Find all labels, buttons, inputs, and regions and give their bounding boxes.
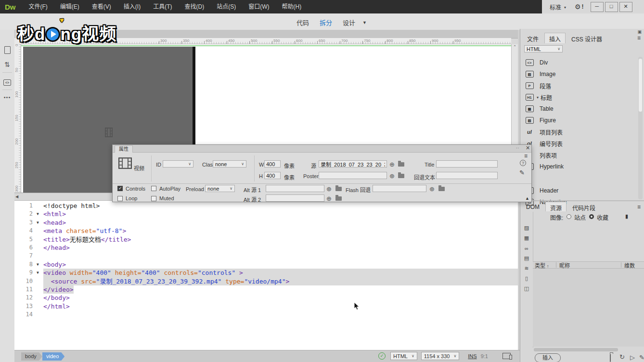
fold-arrow-icon[interactable] xyxy=(37,269,39,277)
sidebar-tab[interactable]: CSS 设计器 xyxy=(567,33,607,43)
collapse-panel-icon[interactable]: ▲ xyxy=(525,196,529,201)
maximize-button[interactable]: □ xyxy=(605,2,618,12)
menu-item[interactable]: 查看(V) xyxy=(86,0,117,13)
preview-icon[interactable]: ▷ xyxy=(630,354,635,361)
menu-item[interactable]: 站点(S) xyxy=(210,0,242,13)
insert-item[interactable]: H1 ▾ 标题 xyxy=(520,91,639,103)
fold-arrow-icon[interactable] xyxy=(37,210,39,218)
menu-item[interactable]: 编辑(E) xyxy=(54,0,86,13)
menu-item[interactable]: 插入(I) xyxy=(117,0,147,13)
assets-tab[interactable]: 资源 xyxy=(545,202,567,211)
insert-item[interactable]: li 列表项 xyxy=(520,149,639,161)
asset-category-icon[interactable]: ◫ xyxy=(520,284,533,294)
assets-horizontal-scrollbar[interactable] xyxy=(534,348,618,351)
menu-item[interactable]: 工具(T) xyxy=(147,0,178,13)
browse-folder-icon[interactable] xyxy=(438,187,445,191)
flash-fallback-input[interactable] xyxy=(373,185,426,192)
source-input[interactable] xyxy=(319,160,387,168)
properties-tab[interactable]: 属性 xyxy=(115,145,133,153)
minimize-button[interactable]: ─ xyxy=(591,2,604,12)
chevron-down-icon[interactable]: ▾ xyxy=(537,95,539,100)
browse-folder-icon[interactable] xyxy=(398,174,404,178)
more-options-icon[interactable]: ••• xyxy=(0,94,14,100)
edit-icon[interactable]: ✎ xyxy=(519,169,525,176)
asset-category-icon[interactable]: ▤ xyxy=(520,253,533,263)
point-to-file-icon[interactable]: ⊕ xyxy=(326,195,332,202)
fold-arrow-icon[interactable] xyxy=(37,219,39,227)
insert-item[interactable]: ▦ Table xyxy=(520,103,639,115)
fold-arrow-icon[interactable] xyxy=(37,260,39,269)
device-preview-icon[interactable] xyxy=(502,353,511,359)
close-icon[interactable]: ✕ xyxy=(526,145,530,151)
insert-item[interactable]: ∞ Hyperlink xyxy=(520,161,639,172)
title-input[interactable] xyxy=(436,160,498,168)
doctype-select[interactable]: HTML∨ xyxy=(390,352,417,360)
asset-category-icon[interactable]: ∞ xyxy=(520,243,533,253)
asset-category-icon[interactable]: ▦ xyxy=(520,233,533,243)
loop-checkbox[interactable] xyxy=(117,196,123,201)
point-to-file-icon[interactable]: ⊕ xyxy=(326,186,332,192)
insert-item[interactable]: P 段落 xyxy=(520,80,639,91)
fallback-text-input[interactable] xyxy=(436,172,498,179)
column-dimensions[interactable]: 维数 xyxy=(624,261,644,269)
sort-arrows-icon[interactable]: ⇅ xyxy=(0,61,14,68)
panel-layout-icon[interactable]: ▣ xyxy=(637,29,642,34)
file-icon[interactable] xyxy=(0,46,14,56)
insert-item[interactable]: ▨ Image xyxy=(520,68,639,80)
code-view-button[interactable]: 代码 xyxy=(296,18,309,27)
folder-icon[interactable] xyxy=(610,354,611,362)
muted-checkbox[interactable] xyxy=(151,196,156,201)
bookmark-icon[interactable]: ▮ xyxy=(625,213,628,220)
assets-tab[interactable]: DOM xyxy=(521,202,544,211)
code-window-icon[interactable]: <> xyxy=(0,77,14,86)
sidebar-tab[interactable]: 文件 xyxy=(522,33,543,43)
code-view[interactable]: 1 <!doctype html> 2 <html> 3 <head> 4 <m… xyxy=(14,201,518,350)
scroll-up-icon[interactable]: ⌃ xyxy=(512,45,518,49)
tag-selector-body[interactable]: body xyxy=(21,352,42,361)
column-name[interactable]: 昵称 xyxy=(559,261,621,269)
insert-item[interactable]: ▨ Figure xyxy=(520,115,639,126)
asset-category-icon[interactable]: ▨ xyxy=(520,223,533,233)
panel-menu-icon[interactable]: ≡ xyxy=(637,204,641,210)
favorites-radio-label[interactable]: 收藏 xyxy=(597,213,608,221)
insert-item[interactable]: ul 项目列表 xyxy=(520,126,639,138)
panel-menu-icon[interactable]: ≡ xyxy=(524,153,528,159)
poster-input[interactable] xyxy=(319,172,387,179)
preload-select[interactable]: none∨ xyxy=(205,185,235,192)
id-select[interactable]: ∨ xyxy=(163,160,193,168)
refresh-icon[interactable]: ↻ xyxy=(619,353,625,361)
alt-source-1-input[interactable] xyxy=(266,185,324,192)
height-input[interactable] xyxy=(264,172,281,179)
assets-list-empty[interactable] xyxy=(533,269,644,347)
chevron-down-icon[interactable]: ▾ xyxy=(564,5,566,10)
site-radio-label[interactable]: 站点 xyxy=(574,213,586,221)
browse-folder-icon[interactable] xyxy=(335,187,342,191)
insert-item[interactable]: ▭ Header xyxy=(520,185,639,196)
asset-category-icon[interactable]: ▯ xyxy=(520,273,533,284)
favorites-radio[interactable] xyxy=(589,214,594,219)
asset-category-icon[interactable]: ≋ xyxy=(520,263,533,273)
collapse-left-icon[interactable]: ◀ xyxy=(15,194,18,199)
properties-panel-header[interactable]: 属性 ∙∙ ✕ xyxy=(113,145,531,153)
close-button[interactable]: ✕ xyxy=(619,2,632,12)
browse-folder-icon[interactable] xyxy=(398,162,404,167)
gear-icon[interactable]: ⚙ xyxy=(575,3,581,11)
insert-item[interactable]: <> Div xyxy=(520,57,639,68)
workspace-switcher[interactable]: 标准 xyxy=(550,3,561,11)
column-type[interactable]: 类型 ↑ xyxy=(533,261,556,269)
insert-item[interactable]: ol 编号列表 xyxy=(520,138,639,149)
point-to-file-icon[interactable]: ⊕ xyxy=(389,161,395,168)
window-size-select[interactable]: 1154 x 330∨ xyxy=(421,352,459,360)
point-to-file-icon[interactable]: ⊕ xyxy=(389,173,395,179)
insert-mode-indicator[interactable]: INS xyxy=(468,353,477,359)
assets-insert-button[interactable]: 插入 xyxy=(535,353,561,362)
menu-item[interactable]: 帮助(H) xyxy=(275,0,308,13)
panel-dock-icon[interactable]: ∙∙ xyxy=(516,145,519,150)
menu-item[interactable]: 查找(D) xyxy=(178,0,210,13)
width-input[interactable] xyxy=(264,160,281,168)
alt-source-2-input[interactable] xyxy=(266,194,324,202)
design-view-button[interactable]: 设计 xyxy=(343,18,355,27)
point-to-file-icon[interactable]: ⊕ xyxy=(429,186,435,192)
help-icon[interactable]: ? xyxy=(520,160,526,166)
chevron-down-icon[interactable]: ▼ xyxy=(362,20,367,25)
